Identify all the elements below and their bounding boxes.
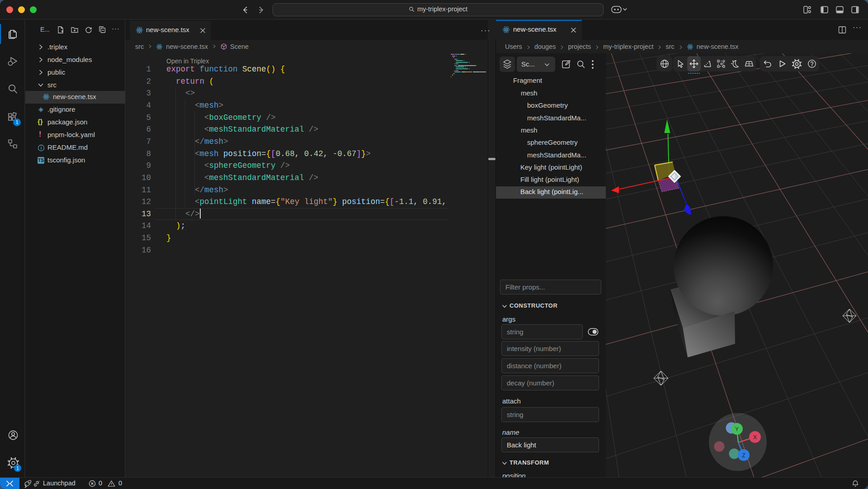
svg-text:Y: Y (735, 426, 739, 432)
svg-text:Z: Z (742, 452, 745, 459)
svg-text:X: X (753, 434, 757, 441)
